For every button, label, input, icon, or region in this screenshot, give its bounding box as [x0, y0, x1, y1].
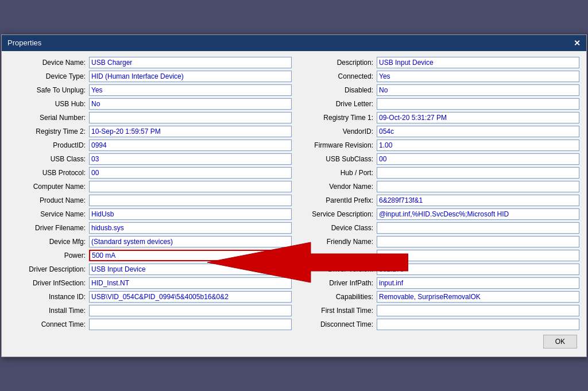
- field-input[interactable]: [89, 98, 292, 110]
- field-input[interactable]: [377, 126, 579, 137]
- field-label: Product Name:: [9, 196, 89, 204]
- field-row-left-0: Device Name:: [6, 56, 294, 69]
- field-row-left-16: Driver InfSection:: [6, 276, 294, 290]
- field-input[interactable]: [377, 277, 579, 289]
- field-input[interactable]: [89, 264, 292, 275]
- field-input[interactable]: [377, 305, 579, 316]
- field-input[interactable]: [89, 277, 292, 289]
- field-label: VendorID:: [296, 127, 377, 136]
- field-row-right-6: Firmware Revision:: [294, 138, 582, 152]
- field-input[interactable]: [89, 319, 292, 330]
- field-label: Driver Filename:: [9, 224, 89, 232]
- main-container: Device Name:Description:Device Type:Conn…: [6, 56, 582, 331]
- field-row-right-7: USB SubClass:: [294, 152, 582, 166]
- field-row-right-9: Vendor Name:: [294, 180, 582, 193]
- field-label: Service Name:: [9, 210, 89, 218]
- field-label: USB Hub:: [9, 100, 89, 108]
- field-label: Vendor Name:: [296, 183, 377, 191]
- field-label: Serial Number:: [9, 114, 89, 122]
- field-row-right-12: Device Class:: [294, 221, 582, 235]
- field-input[interactable]: [89, 167, 292, 179]
- field-row-right-5: VendorID:: [294, 125, 582, 138]
- field-label: Driver Version:: [296, 265, 377, 273]
- field-label: Disabled:: [296, 86, 377, 94]
- field-label: ProductID:: [9, 141, 89, 149]
- ok-button[interactable]: OK: [543, 335, 577, 349]
- field-label: Disconnect Time:: [296, 320, 377, 328]
- field-input[interactable]: [377, 319, 579, 330]
- title-bar: Properties ✕: [2, 35, 586, 51]
- field-label: Registry Time 2:: [9, 127, 89, 136]
- field-input[interactable]: [377, 167, 579, 179]
- field-row-right-19: Disconnect Time:: [294, 318, 582, 331]
- field-row-right-14: [294, 249, 582, 262]
- field-input[interactable]: [89, 84, 292, 96]
- field-row-right-0: Description:: [294, 56, 582, 69]
- field-input[interactable]: [377, 57, 579, 68]
- field-input[interactable]: [377, 140, 579, 151]
- field-input[interactable]: [377, 181, 579, 192]
- field-row-left-3: USB Hub:: [6, 97, 294, 111]
- field-input[interactable]: [377, 98, 579, 110]
- field-row-left-17: Instance ID:: [6, 290, 294, 304]
- field-label: Device Class:: [296, 224, 377, 232]
- field-row-left-18: Install Time:: [6, 304, 294, 318]
- field-row-left-12: Driver Filename:: [6, 221, 294, 235]
- field-input[interactable]: [377, 112, 579, 123]
- properties-grid: Device Name:Description:Device Type:Conn…: [6, 56, 582, 331]
- field-label: Service Description:: [296, 210, 377, 218]
- field-input[interactable]: [377, 250, 579, 261]
- field-label: USB Protocol:: [9, 169, 89, 177]
- field-input[interactable]: [89, 236, 292, 247]
- field-label: ParentId Prefix:: [296, 196, 377, 204]
- window-title: Properties: [7, 38, 41, 47]
- field-input[interactable]: [377, 236, 579, 247]
- field-input[interactable]: [377, 208, 579, 220]
- field-input[interactable]: [89, 71, 292, 82]
- field-row-left-2: Safe To Unplug:: [6, 83, 294, 97]
- field-row-right-11: Service Description:: [294, 207, 582, 221]
- field-input[interactable]: [377, 291, 579, 303]
- field-label: Driver InfPath:: [296, 279, 377, 287]
- close-button[interactable]: ✕: [574, 38, 581, 48]
- field-input[interactable]: [377, 222, 579, 234]
- field-row-left-15: Driver Description:: [6, 262, 294, 276]
- field-row-left-6: ProductID:: [6, 138, 294, 152]
- field-input[interactable]: [377, 264, 579, 275]
- field-row-right-3: Drive Letter:: [294, 97, 582, 111]
- field-input[interactable]: [89, 305, 292, 316]
- field-label: Firmware Revision:: [296, 141, 377, 149]
- field-row-right-1: Connected:: [294, 69, 582, 83]
- field-label: Description:: [296, 59, 377, 67]
- field-label: Install Time:: [9, 307, 89, 315]
- field-input[interactable]: [377, 71, 579, 82]
- field-label: Instance ID:: [9, 293, 89, 301]
- field-row-right-17: Capabilities:: [294, 290, 582, 304]
- field-input[interactable]: [377, 153, 579, 165]
- field-input[interactable]: [89, 291, 292, 303]
- field-input[interactable]: [89, 250, 292, 261]
- field-input[interactable]: [89, 208, 292, 220]
- field-label: Capabilities:: [296, 293, 377, 301]
- field-label: Device Mfg:: [9, 238, 89, 246]
- field-input[interactable]: [89, 181, 292, 192]
- field-row-right-4: Registry Time 1:: [294, 111, 582, 125]
- field-label: Connected:: [296, 72, 377, 80]
- field-input[interactable]: [89, 222, 292, 234]
- field-input[interactable]: [89, 140, 292, 151]
- field-label: Device Type:: [9, 72, 89, 80]
- field-input[interactable]: [89, 112, 292, 123]
- field-row-left-19: Connect Time:: [6, 318, 294, 331]
- field-row-left-11: Service Name:: [6, 207, 294, 221]
- field-input[interactable]: [89, 126, 292, 137]
- field-input[interactable]: [89, 57, 292, 68]
- field-input[interactable]: [89, 195, 292, 206]
- field-row-left-4: Serial Number:: [6, 111, 294, 125]
- field-input[interactable]: [377, 195, 579, 206]
- field-row-right-18: First Install Time:: [294, 304, 582, 318]
- field-label: Safe To Unplug:: [9, 86, 89, 94]
- field-input[interactable]: [89, 153, 292, 165]
- field-label: Device Name:: [9, 59, 89, 67]
- field-row-right-15: Driver Version:: [294, 262, 582, 276]
- field-input[interactable]: [377, 84, 579, 96]
